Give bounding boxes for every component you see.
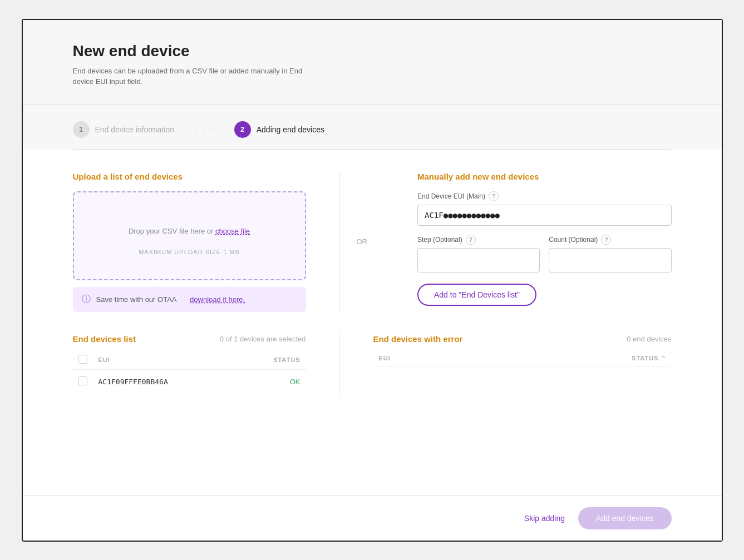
upload-title: Upload a list of end devices: [73, 172, 306, 181]
info-icon: ⓘ: [82, 294, 91, 305]
devices-table: EUI STATUS AC1F09FFFE0BB46A OK: [73, 350, 306, 394]
max-size-label: MAXIMUM UPLOAD SIZE 1 MB: [139, 249, 240, 255]
step-1-label: End device information: [95, 125, 174, 134]
otaa-download-link[interactable]: download it here.: [190, 295, 245, 304]
table-header-row: EUI STATUS: [73, 350, 306, 370]
manual-title: Manually add new end devices: [417, 172, 672, 181]
or-label: OR: [357, 237, 368, 246]
row-checkbox[interactable]: [78, 376, 87, 385]
error-status-header-text: STATUS: [632, 355, 658, 361]
step-input[interactable]: [417, 248, 540, 272]
step-label: Step (Optional) ?: [417, 235, 540, 245]
row-status: OK: [238, 369, 306, 394]
add-to-list-button[interactable]: Add to "End Devices list": [417, 284, 536, 306]
end-devices-list-section: End devices list 0 of 1 devices are sele…: [73, 334, 340, 394]
otaa-notice: ⓘ Save time with our OTAA download it he…: [73, 287, 306, 312]
optional-fields: Step (Optional) ? Count (Optional) ?: [417, 235, 672, 272]
devices-list-count: 0 of 1 devices are selected: [220, 335, 306, 343]
error-header: End devices with error 0 end devices: [373, 334, 672, 344]
drop-instructions: Drop your CSV file here or choose file: [129, 227, 250, 235]
count-input[interactable]: [549, 248, 671, 272]
step-help-icon[interactable]: ?: [466, 235, 476, 245]
footer: Skip adding Add end devices: [23, 495, 722, 541]
page-subtitle: End devices can be uploaded from a CSV f…: [73, 66, 307, 87]
table-row: AC1F09FFFE0BB46A OK: [73, 369, 306, 394]
row-eui: AC1F09FFFE0BB46A: [93, 369, 238, 394]
eui-label-text: End Device EUI (Main): [417, 192, 485, 200]
upload-section: Upload a list of end devices Drop your C…: [73, 172, 340, 312]
eui-column-header: EUI: [93, 350, 238, 370]
error-list-count: 0 end devices: [627, 335, 671, 343]
or-separator: OR: [340, 172, 385, 312]
eui-input[interactable]: [417, 205, 672, 226]
select-all-checkbox[interactable]: [78, 355, 87, 364]
checkbox-header: [73, 350, 93, 370]
step-1-circle: 1: [73, 121, 90, 138]
error-eui-header: EUI: [373, 350, 474, 366]
error-table: EUI STATUS ⌃: [373, 350, 672, 366]
sort-icon[interactable]: ⌃: [661, 355, 666, 361]
row-checkbox-cell: [73, 369, 93, 394]
drop-zone[interactable]: Drop your CSV file here or choose file M…: [73, 191, 306, 280]
step-2-circle: 2: [234, 121, 251, 138]
error-table-header-row: EUI STATUS ⌃: [373, 350, 672, 366]
step-label-text: Step (Optional): [417, 236, 462, 244]
step-field-group: Step (Optional) ?: [417, 235, 540, 272]
eui-label: End Device EUI (Main) ?: [417, 191, 672, 201]
status-column-header: STATUS: [238, 350, 306, 370]
step-2: 2 Adding end devices: [234, 121, 324, 138]
stepper: 1 End device information · · · · · · · 2…: [73, 121, 672, 138]
error-devices-section: End devices with error 0 end devices EUI…: [340, 334, 672, 394]
otaa-text: Save time with our OTAA: [96, 295, 177, 304]
error-status-header: STATUS ⌃: [474, 350, 672, 366]
list-header: End devices list 0 of 1 devices are sele…: [73, 334, 306, 344]
manual-section: Manually add new end devices End Device …: [384, 172, 672, 312]
step-2-label: Adding end devices: [257, 125, 324, 134]
step-1: 1 End device information: [73, 121, 174, 138]
count-field-group: Count (Optional) ?: [549, 235, 671, 272]
drop-text-prefix: Drop your CSV file here or: [129, 227, 213, 235]
devices-list-title: End devices list: [73, 334, 136, 344]
count-help-icon[interactable]: ?: [601, 235, 611, 245]
step-dots: · · · · · · ·: [181, 125, 228, 135]
page-title: New end device: [73, 42, 672, 60]
count-label-text: Count (Optional): [549, 236, 598, 244]
choose-file-link[interactable]: choose file: [215, 227, 250, 235]
count-label: Count (Optional) ?: [549, 235, 671, 245]
add-end-devices-button[interactable]: Add end devices: [578, 507, 672, 529]
eui-help-icon[interactable]: ?: [489, 191, 499, 201]
eui-field-group: End Device EUI (Main) ?: [417, 191, 672, 226]
skip-adding-button[interactable]: Skip adding: [524, 514, 565, 523]
error-list-title: End devices with error: [373, 334, 463, 344]
